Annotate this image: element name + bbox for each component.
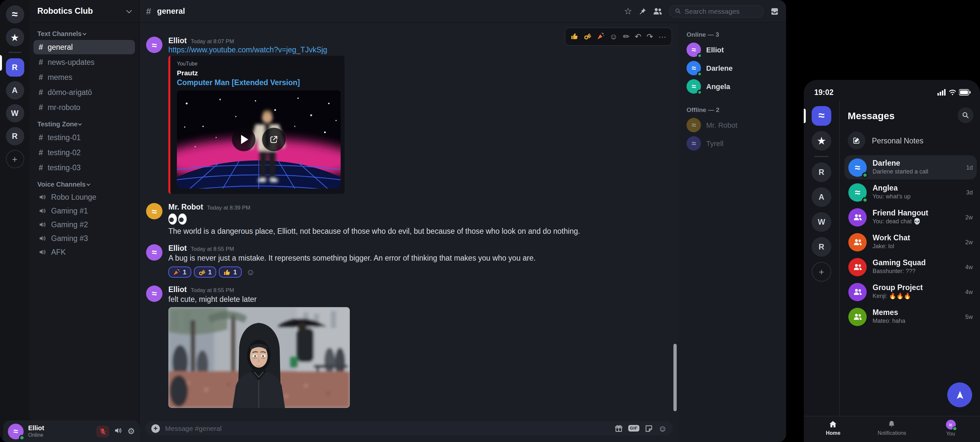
app-logo-icon[interactable]: ≈	[811, 106, 831, 126]
add-server-button[interactable]: +	[6, 150, 24, 168]
channel-testing-03[interactable]: #testing-03	[33, 161, 135, 175]
message-author[interactable]: Elliot	[169, 244, 187, 252]
chat-scrollbar[interactable]	[673, 344, 677, 411]
gift-button[interactable]	[614, 424, 623, 432]
reaction-ok-hand[interactable]: 1	[194, 267, 216, 278]
voice-channel-gaming-2[interactable]: Gaming #2	[33, 218, 135, 231]
message-text: A bug is never just a mistake. It repres…	[169, 253, 670, 263]
forward-button[interactable]: ↷	[647, 33, 653, 41]
voice-channel-afk[interactable]: AFK	[33, 246, 135, 259]
section-testing-zone[interactable]: Testing Zone	[33, 119, 135, 130]
message-input-bar[interactable]: + Message #general GIF ☺	[145, 421, 673, 436]
message-author[interactable]: Mr. Robot	[169, 203, 203, 211]
play-button[interactable]	[232, 128, 256, 151]
gif-picker-button[interactable]: GIF	[628, 425, 639, 432]
favorite-channel-button[interactable]: ☆	[624, 6, 632, 16]
conversation-memes[interactable]: MemesMateo: haha 5w	[845, 304, 977, 329]
message-author[interactable]: Elliot	[169, 286, 187, 293]
server-item-w[interactable]: W	[811, 212, 831, 232]
section-text-channels[interactable]: Text Channels	[33, 28, 135, 39]
server-item-a[interactable]: A	[811, 187, 831, 207]
member-elliot[interactable]: ≈ Elliot	[687, 41, 778, 59]
conversation-anglea[interactable]: ≈ AngleaYou: what’s up 3d	[845, 180, 977, 204]
quick-react-party-button[interactable]	[597, 31, 604, 43]
open-external-button[interactable]	[262, 128, 286, 151]
message-author[interactable]: Elliot	[169, 37, 187, 45]
channel-testing-01[interactable]: #testing-01	[33, 130, 135, 145]
more-options-button[interactable]: ···	[659, 33, 666, 41]
channel-news-updates[interactable]: #news-updates	[33, 55, 135, 69]
server-item-w[interactable]: W	[6, 104, 24, 122]
favorites-button[interactable]: ★	[6, 28, 24, 46]
edit-message-button[interactable]: ✏	[623, 33, 630, 41]
server-item-r2[interactable]: R	[6, 127, 24, 145]
pin-icon	[638, 7, 647, 15]
channel-testing-02[interactable]: #testing-02	[33, 145, 135, 160]
battery-icon	[959, 89, 971, 95]
app-logo-icon[interactable]: ≈	[6, 5, 24, 24]
gear-icon: ⚙	[127, 426, 135, 436]
message-link[interactable]: https://www.youtube.com/watch?v=jeg_TJvk…	[169, 46, 670, 54]
reaction-party[interactable]: 1	[169, 267, 191, 278]
channel-list: Text Channels #general #news-updates #me…	[29, 23, 139, 442]
add-reaction-button[interactable]: ☺	[246, 268, 255, 276]
reaction-thumbs-up[interactable]: 1	[219, 267, 242, 278]
server-header[interactable]: Robotics Club	[29, 0, 139, 23]
embed-title[interactable]: Computer Man [Extended Version]	[177, 79, 338, 86]
channel-topbar: # general ☆ Search messages	[140, 0, 786, 23]
pinned-messages-button[interactable]	[638, 7, 647, 15]
avatar[interactable]: ≈	[146, 203, 162, 219]
channel-general[interactable]: #general	[33, 40, 135, 54]
embed-author[interactable]: Prautz	[177, 69, 338, 76]
reply-button[interactable]: ↶	[635, 33, 641, 41]
conversation-work-chat[interactable]: Work ChatJake: lol 2w	[845, 230, 977, 254]
quick-react-thumbs-up-button[interactable]	[570, 31, 578, 43]
external-link-icon	[269, 135, 278, 144]
photo-attachment[interactable]	[169, 307, 350, 408]
mic-mute-button[interactable]	[97, 425, 110, 437]
voice-channel-gaming-3[interactable]: Gaming #3	[33, 232, 135, 245]
avatar[interactable]: ≈	[146, 244, 162, 261]
voice-channel-robo-lounge[interactable]: Robo Lounge	[33, 191, 135, 204]
sticker-picker-button[interactable]	[644, 424, 653, 432]
avatar[interactable]: ≈	[8, 423, 24, 439]
channel-memes[interactable]: #memes	[33, 70, 135, 84]
server-item-r2[interactable]: R	[811, 237, 831, 257]
conversation-friend-hangout[interactable]: Friend HangoutYou: dead chat 💀 2w	[845, 205, 977, 229]
nav-tab-you[interactable]: ≈ You	[931, 420, 970, 442]
member-tyrell[interactable]: ≈ Tyrell	[687, 134, 778, 153]
new-message-fab[interactable]	[947, 382, 972, 407]
quick-react-ok-hand-button[interactable]	[583, 31, 591, 43]
search-button[interactable]	[958, 107, 974, 123]
channel-mr-roboto[interactable]: #mr-roboto	[33, 100, 135, 114]
settings-button[interactable]: ⚙	[127, 427, 135, 436]
nav-tab-home[interactable]: Home	[814, 420, 853, 442]
channel-domo-arigato[interactable]: #dōmo-arigatō	[33, 85, 135, 100]
personal-notes-row[interactable]: Personal Notes	[848, 132, 974, 149]
conversation-darlene[interactable]: ≈ DarleneDarlene started a call 1d	[845, 155, 977, 180]
nav-tab-notifications[interactable]: Notifications	[872, 420, 912, 442]
hash-icon: #	[39, 43, 43, 52]
add-server-button[interactable]: +	[811, 262, 831, 281]
add-reaction-button[interactable]: ☺	[609, 33, 618, 41]
favorites-button[interactable]: ★	[811, 131, 831, 151]
server-item-r[interactable]: R	[811, 162, 831, 182]
member-darlene[interactable]: ≈ Darlene	[687, 59, 778, 77]
server-item-a[interactable]: A	[6, 81, 24, 100]
attach-plus-icon[interactable]: +	[151, 424, 160, 432]
avatar[interactable]: ≈	[146, 286, 162, 302]
avatar[interactable]: ≈	[146, 37, 162, 53]
conversation-group-project[interactable]: Group ProjectKenji: 🔥🔥🔥 4w	[845, 280, 977, 304]
inbox-button[interactable]	[770, 6, 780, 16]
member-angela[interactable]: ≈ Angela	[687, 77, 778, 95]
conversation-gaming-squad[interactable]: Gaming SquadBasshunter: ??? 4w	[845, 255, 977, 279]
member-mr-robot[interactable]: ≈ Mr. Robot	[687, 116, 778, 134]
deafen-button[interactable]	[114, 426, 123, 436]
server-item-robotics-club[interactable]: R	[6, 58, 24, 76]
search-input[interactable]: Search messages	[669, 5, 764, 17]
member-list-toggle-button[interactable]	[652, 6, 663, 16]
emoji-picker-button[interactable]: ☺	[658, 424, 667, 432]
voice-channel-gaming-1[interactable]: Gaming #1	[33, 204, 135, 218]
section-voice-channels[interactable]: Voice Channels	[33, 179, 135, 190]
message-text: The world is a dangerous place, Elliott,…	[169, 227, 670, 236]
